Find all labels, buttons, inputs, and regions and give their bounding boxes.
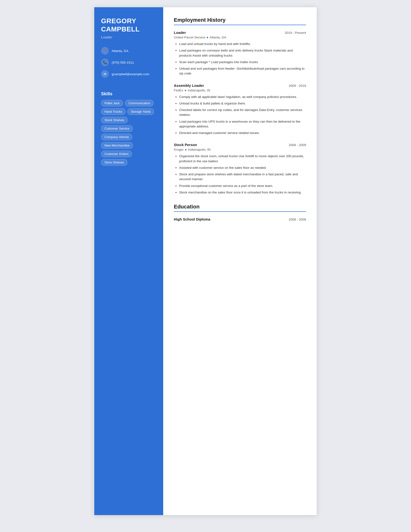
list-item: Provide exceptional customer service as …	[179, 183, 306, 188]
skills-heading: Skills	[101, 91, 156, 96]
edu-dates: 2008 - 2008	[289, 218, 306, 221]
skill-tag: Pallet Jack	[101, 100, 123, 106]
job-title: Stock Person	[174, 143, 197, 147]
skills-section: Skills Pallet JackCommunicationHand Truc…	[101, 91, 156, 166]
list-item: Organized the stock room, unload trucks …	[179, 154, 306, 164]
dot: ●	[185, 148, 187, 151]
job-company: Kroger●Indianapolis, IN	[174, 148, 306, 151]
list-item: Scan each package * Load packages into t…	[179, 60, 306, 65]
job-title: Loader	[174, 30, 186, 35]
email-icon: ✉	[101, 70, 109, 78]
job-block: Loader 2019 - Present United Parcel Serv…	[174, 30, 306, 76]
job-block: Stock Person 2008 - 2009 Kroger●Indianap…	[174, 143, 306, 195]
main-content: Employment History Loader 2019 - Present…	[163, 7, 317, 515]
contact-item-location: 📍 Atlanta, GA	[101, 47, 156, 55]
education-container: High School Diploma 2008 - 2008	[174, 217, 306, 221]
list-item: Load packages on conveyor belts and onto…	[179, 48, 306, 58]
skill-tag: Communication	[125, 100, 154, 106]
list-item: Assisted with customer service on the sa…	[179, 165, 306, 170]
contact-item-phone: 📞 (970) 555-1511	[101, 58, 156, 66]
dot: ●	[185, 88, 187, 92]
job-company: FedEx●Indianapolis, IN	[174, 88, 306, 92]
location-text: Atlanta, GA	[112, 49, 128, 53]
job-title: Assembly Loader	[174, 83, 204, 87]
job-company: United Parcel Service●Atlanta, GA	[174, 36, 306, 39]
employment-heading: Employment History	[174, 17, 306, 25]
list-item: Stock and prepare store shelves with dat…	[179, 172, 306, 182]
job-header: Assembly Loader 2009 - 2019	[174, 83, 306, 87]
phone-icon: 📞	[101, 58, 109, 66]
job-header: Loader 2019 - Present	[174, 30, 306, 35]
dot: ●	[206, 36, 208, 39]
skill-tag: Customer Orders	[101, 151, 132, 157]
skill-tag: Customer Service	[101, 125, 133, 132]
contact-item-email: ✉ gcampbell@example.com	[101, 70, 156, 78]
phone-text: (970) 555-1511	[112, 61, 134, 64]
education-heading: Education	[174, 204, 306, 212]
skill-tag: Store Shelves	[101, 159, 127, 166]
skill-tag: Company Vehicle	[101, 134, 132, 140]
job-dates: 2009 - 2019	[289, 84, 306, 87]
job-bullets: Comply with all applicable laws/ regulat…	[174, 95, 306, 136]
email-text: gcampbell@example.com	[112, 72, 149, 76]
sidebar: GREGORY CAMPBELL Loader 📍 Atlanta, GA 📞 …	[94, 7, 163, 515]
resume-wrapper: GREGORY CAMPBELL Loader 📍 Atlanta, GA 📞 …	[94, 7, 317, 515]
skills-list: Pallet JackCommunicationHand TrucksStora…	[101, 100, 156, 166]
edu-block: High School Diploma 2008 - 2008	[174, 217, 306, 221]
edu-degree: High School Diploma	[174, 217, 210, 221]
skill-tag: New Merchandise	[101, 142, 133, 149]
list-item: Unload and sort packages from feeder -So…	[179, 66, 306, 76]
skill-tag: Stock Shelves	[101, 117, 128, 123]
list-item: Checked labels for correct zip codes, an…	[179, 108, 306, 117]
location-icon: 📍	[101, 47, 109, 55]
candidate-name: GREGORY CAMPBELL	[101, 17, 156, 33]
skill-tag: Storage Yards	[127, 108, 154, 115]
list-item: Stock merchandise on the sales floor onc…	[179, 190, 306, 195]
list-item: Directed and managed customer service re…	[179, 131, 306, 135]
list-item: Load packages into UPS trucks in a wareh…	[179, 119, 306, 129]
list-item: Unload trucks & bulid pallets & organize…	[179, 101, 306, 106]
job-header: Stock Person 2008 - 2009	[174, 143, 306, 147]
skill-tag: Hand Trucks	[101, 108, 125, 115]
education-section: Education High School Diploma 2008 - 200…	[174, 204, 306, 221]
job-dates: 2008 - 2009	[289, 143, 306, 147]
job-bullets: Organized the stock room, unload trucks …	[174, 154, 306, 195]
jobs-container: Loader 2019 - Present United Parcel Serv…	[174, 30, 306, 195]
job-bullets: Load and unload trucks by hand and with …	[174, 42, 306, 76]
job-block: Assembly Loader 2009 - 2019 FedEx●Indian…	[174, 83, 306, 136]
list-item: Comply with all applicable laws/ regulat…	[179, 95, 306, 99]
list-item: Load and unload trucks by hand and with …	[179, 42, 306, 47]
contact-list: 📍 Atlanta, GA 📞 (970) 555-1511 ✉ gcampbe…	[101, 47, 156, 82]
candidate-title: Loader	[101, 35, 156, 39]
job-dates: 2019 - Present	[285, 31, 306, 35]
